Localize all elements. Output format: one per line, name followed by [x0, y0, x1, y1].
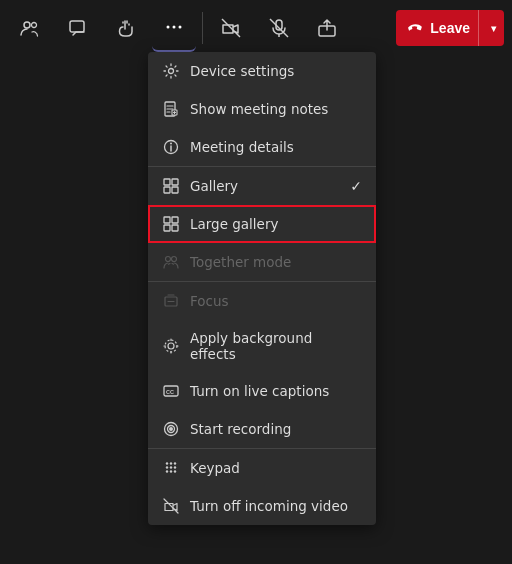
menu-item-keypad[interactable]: Keypad [148, 449, 376, 487]
svg-point-45 [169, 427, 173, 431]
svg-point-48 [174, 462, 176, 464]
notes-icon [162, 100, 180, 118]
gallery-icon [162, 177, 180, 195]
info-icon [162, 138, 180, 156]
svg-point-21 [170, 143, 172, 145]
menu-item-gallery[interactable]: Gallery ✓ [148, 167, 376, 205]
menu-item-meeting-details[interactable]: Meeting details [148, 128, 376, 166]
keypad-label: Keypad [190, 460, 240, 476]
svg-point-35 [168, 343, 174, 349]
svg-point-52 [166, 470, 168, 472]
keypad-icon [162, 459, 180, 477]
menu-item-background-effects[interactable]: Apply background effects [148, 320, 376, 372]
people-button[interactable] [8, 4, 52, 52]
more-icon [164, 17, 184, 37]
svg-rect-28 [164, 225, 170, 231]
gallery-label: Gallery [190, 178, 238, 194]
people-icon [20, 18, 40, 38]
toolbar-group-media [209, 4, 349, 52]
together-mode-label: Together mode [190, 254, 291, 270]
svg-rect-2 [70, 21, 84, 32]
share-button[interactable] [305, 4, 349, 52]
svg-point-4 [173, 26, 176, 29]
chevron-down-icon[interactable]: ▾ [483, 23, 504, 34]
phone-icon [408, 20, 424, 36]
menu-section-2: Gallery ✓ Large gallery [148, 167, 376, 282]
video-off2-icon [162, 497, 180, 515]
svg-rect-23 [172, 179, 178, 185]
menu-section-4: Keypad Turn off incoming video [148, 449, 376, 525]
together-icon [162, 253, 180, 271]
menu-section-1: Device settings Show meeting notes [148, 52, 376, 167]
raise-hand-icon [116, 18, 136, 38]
mic-button[interactable] [257, 4, 301, 52]
svg-point-54 [174, 470, 176, 472]
focus-icon [162, 292, 180, 310]
focus-label: Focus [190, 293, 229, 309]
menu-item-meeting-notes[interactable]: Show meeting notes [148, 90, 376, 128]
svg-point-11 [169, 69, 174, 74]
svg-rect-24 [164, 187, 170, 193]
svg-point-46 [166, 462, 168, 464]
background-effects-label: Apply background effects [190, 330, 362, 362]
menu-item-start-recording[interactable]: Start recording [148, 410, 376, 448]
leave-label: Leave [430, 20, 474, 36]
svg-point-49 [166, 466, 168, 468]
chat-icon [68, 18, 88, 38]
menu-item-large-gallery[interactable]: Large gallery [148, 205, 376, 243]
gear-icon [162, 62, 180, 80]
menu-section-3: Focus Apply background effects CC [148, 282, 376, 449]
mic-off-icon [269, 18, 289, 38]
menu-item-live-captions[interactable]: CC Turn on live captions [148, 372, 376, 410]
video-off-icon [221, 18, 241, 38]
svg-rect-22 [164, 179, 170, 185]
background-icon [162, 337, 180, 355]
meeting-notes-label: Show meeting notes [190, 101, 328, 117]
more-button[interactable] [152, 4, 196, 52]
share-icon [317, 18, 337, 38]
large-gallery-label: Large gallery [190, 216, 278, 232]
svg-point-30 [166, 257, 171, 262]
large-gallery-icon [162, 215, 180, 233]
toolbar-divider [202, 12, 203, 44]
svg-point-1 [32, 23, 37, 28]
toolbar: Leave ▾ [0, 0, 512, 56]
svg-point-31 [172, 257, 177, 262]
menu-item-focus: Focus [148, 282, 376, 320]
live-captions-label: Turn on live captions [190, 383, 329, 399]
meeting-details-label: Meeting details [190, 139, 294, 155]
raise-hand-button[interactable] [104, 4, 148, 52]
toolbar-group-left [8, 4, 196, 52]
device-settings-label: Device settings [190, 63, 294, 79]
incoming-video-label: Turn off incoming video [190, 498, 348, 514]
svg-point-50 [170, 466, 172, 468]
record-icon [162, 420, 180, 438]
svg-rect-25 [172, 187, 178, 193]
svg-rect-27 [172, 217, 178, 223]
svg-point-51 [174, 466, 176, 468]
svg-point-0 [24, 22, 30, 28]
menu-item-incoming-video[interactable]: Turn off incoming video [148, 487, 376, 525]
svg-rect-26 [164, 217, 170, 223]
captions-icon: CC [162, 382, 180, 400]
dropdown-menu: Device settings Show meeting notes [148, 52, 376, 525]
svg-point-36 [165, 340, 177, 352]
svg-point-3 [167, 26, 170, 29]
leave-divider [478, 10, 479, 46]
start-recording-label: Start recording [190, 421, 291, 437]
svg-point-47 [170, 462, 172, 464]
menu-item-device-settings[interactable]: Device settings [148, 52, 376, 90]
svg-rect-29 [172, 225, 178, 231]
menu-item-together-mode: Together mode [148, 243, 376, 281]
svg-point-5 [179, 26, 182, 29]
video-button[interactable] [209, 4, 253, 52]
svg-text:CC: CC [166, 389, 174, 395]
svg-point-53 [170, 470, 172, 472]
chat-button[interactable] [56, 4, 100, 52]
gallery-checkmark: ✓ [350, 178, 362, 194]
leave-button[interactable]: Leave ▾ [396, 10, 504, 46]
